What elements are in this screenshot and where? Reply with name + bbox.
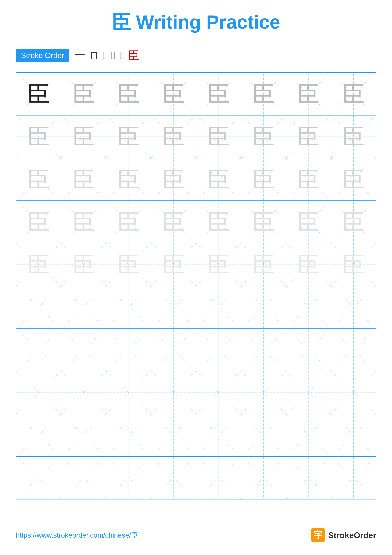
grid-cell[interactable]: 臣	[196, 243, 241, 286]
grid-cell[interactable]: 臣	[286, 243, 331, 286]
grid-cell[interactable]: 臣	[106, 201, 151, 243]
grid-cell[interactable]: 臣	[196, 158, 241, 201]
grid-cell-empty[interactable]	[196, 456, 241, 499]
grid-cell-empty[interactable]	[331, 286, 376, 329]
grid-cell[interactable]: 臣	[331, 243, 376, 286]
grid-cell[interactable]: 臣	[151, 158, 196, 201]
grid-cell[interactable]: 臣	[16, 158, 61, 201]
grid-cell[interactable]: 臣	[16, 201, 61, 243]
grid-cell-empty[interactable]	[331, 329, 376, 371]
grid-cell-empty[interactable]	[331, 414, 376, 457]
grid-cell[interactable]: 臣	[106, 158, 151, 201]
grid-cell[interactable]: 臣	[286, 201, 331, 243]
grid-cell-empty[interactable]	[151, 414, 196, 457]
grid-cell[interactable]: 臣	[106, 115, 151, 158]
char-trace: 臣	[28, 254, 50, 276]
grid-cell[interactable]: 臣	[331, 115, 376, 158]
grid-cell[interactable]: 臣	[331, 158, 376, 201]
grid-cell-empty[interactable]	[241, 456, 286, 499]
grid-cell[interactable]: 臣	[61, 115, 106, 158]
svg-line-159	[331, 457, 376, 499]
grid-cell-empty[interactable]	[106, 414, 151, 457]
grid-cell-empty[interactable]	[286, 414, 331, 457]
svg-line-108	[286, 329, 331, 371]
grid-cell[interactable]: 臣	[151, 243, 196, 286]
grid-cell[interactable]: 臣	[16, 73, 61, 115]
grid-cell[interactable]: 臣	[241, 201, 286, 243]
grid-cell[interactable]: 臣	[286, 73, 331, 115]
svg-line-118	[151, 371, 196, 414]
svg-line-133	[106, 414, 151, 456]
grid-cell[interactable]: 臣	[286, 158, 331, 201]
grid-cell-empty[interactable]	[241, 371, 286, 414]
grid-cell[interactable]: 臣	[331, 73, 376, 115]
grid-cell[interactable]: 臣	[286, 115, 331, 158]
grid-cell[interactable]: 臣	[16, 243, 61, 286]
grid-cell-empty[interactable]	[106, 286, 151, 329]
grid-cell-empty[interactable]	[241, 286, 286, 329]
grid-cell[interactable]: 臣	[151, 115, 196, 158]
grid-cell[interactable]: 臣	[331, 201, 376, 243]
grid-cell[interactable]: 臣	[196, 115, 241, 158]
grid-cell-empty[interactable]	[196, 286, 241, 329]
grid-cell-empty[interactable]	[151, 371, 196, 414]
grid-cell-empty[interactable]	[331, 456, 376, 499]
grid-cell[interactable]: 臣	[61, 158, 106, 201]
grid-cell-empty[interactable]	[241, 414, 286, 457]
grid-cell-empty[interactable]	[286, 286, 331, 329]
grid-cell-empty[interactable]	[61, 329, 106, 371]
grid-cell-empty[interactable]	[61, 371, 106, 414]
svg-line-135	[151, 414, 196, 456]
grid-cell[interactable]: 臣	[61, 243, 106, 286]
grid-cell-empty[interactable]	[61, 286, 106, 329]
grid-cell[interactable]: 臣	[241, 243, 286, 286]
grid-cell-empty[interactable]	[151, 286, 196, 329]
svg-line-97	[16, 329, 61, 371]
char-trace: 臣	[117, 168, 140, 190]
grid-cell[interactable]: 臣	[196, 201, 241, 243]
grid-cell[interactable]: 臣	[196, 73, 241, 115]
char-trace: 臣	[162, 83, 185, 105]
svg-line-143	[331, 414, 376, 456]
svg-line-134	[151, 414, 196, 456]
grid-cell[interactable]: 臣	[241, 158, 286, 201]
grid-cell-empty[interactable]	[16, 286, 61, 329]
grid-cell[interactable]: 臣	[61, 201, 106, 243]
grid-cell-empty[interactable]	[16, 456, 61, 499]
grid-cell[interactable]: 臣	[151, 73, 196, 115]
grid-cell[interactable]: 臣	[241, 115, 286, 158]
grid-cell[interactable]: 臣	[106, 243, 151, 286]
svg-line-149	[106, 457, 151, 499]
grid-cell-empty[interactable]	[61, 414, 106, 457]
grid-cell-empty[interactable]	[16, 414, 61, 457]
grid-cell-empty[interactable]	[286, 329, 331, 371]
grid-cell-empty[interactable]	[151, 329, 196, 371]
grid-cell-empty[interactable]	[196, 414, 241, 457]
grid-cell[interactable]: 臣	[16, 115, 61, 158]
grid-cell-empty[interactable]	[286, 371, 331, 414]
grid-cell-empty[interactable]	[331, 371, 376, 414]
grid-cell-empty[interactable]	[106, 456, 151, 499]
svg-line-101	[106, 329, 151, 371]
grid-cell[interactable]: 臣	[106, 73, 151, 115]
grid-cell-empty[interactable]	[241, 329, 286, 371]
grid-cell[interactable]: 臣	[151, 201, 196, 243]
grid-cell-empty[interactable]	[16, 329, 61, 371]
svg-line-131	[61, 414, 106, 456]
footer-url[interactable]: https://www.strokeorder.com/chinese/臣	[16, 531, 138, 540]
grid-cell[interactable]: 臣	[241, 73, 286, 115]
grid-cell-empty[interactable]	[106, 329, 151, 371]
svg-line-82	[61, 286, 106, 329]
grid-cell-empty[interactable]	[151, 456, 196, 499]
grid-cell[interactable]: 臣	[61, 73, 106, 115]
grid-cell-empty[interactable]	[61, 456, 106, 499]
grid-cell-empty[interactable]	[106, 371, 151, 414]
stroke-6: 臣	[128, 48, 139, 63]
grid-cell-empty[interactable]	[196, 329, 241, 371]
grid-cell-empty[interactable]	[286, 456, 331, 499]
svg-line-126	[331, 371, 376, 414]
svg-line-123	[241, 371, 286, 414]
grid-cell-empty[interactable]	[16, 371, 61, 414]
char-trace: 臣	[162, 254, 185, 276]
grid-cell-empty[interactable]	[196, 371, 241, 414]
